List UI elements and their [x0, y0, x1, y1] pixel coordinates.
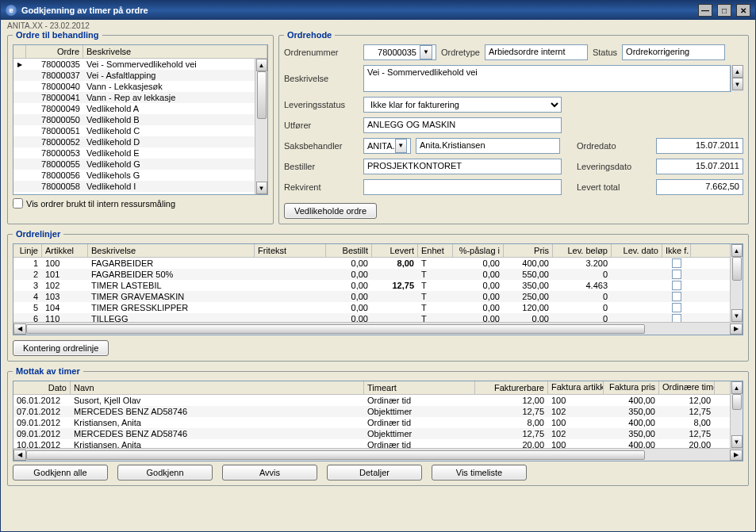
order-list-row[interactable]: 78000037Vei - Asfaltlapping — [13, 70, 255, 81]
saksbehandler-code-input[interactable]: ANITA. ▼ — [363, 138, 411, 154]
ordredato-field: 15.07.2011 — [656, 138, 743, 154]
ikke-f-checkbox[interactable] — [672, 270, 681, 279]
order-head-panel: Ordrehode Ordrenummer 78000035 ▼ Ordrety… — [278, 30, 749, 224]
col-artikkel[interactable]: Artikkel — [42, 244, 88, 257]
chevron-down-icon[interactable]: ▼ — [420, 45, 432, 59]
scroll-up-icon[interactable]: ▲ — [731, 244, 743, 257]
col-timeart[interactable]: Timeart — [364, 381, 475, 394]
lbl-bestiller: Bestiller — [284, 162, 357, 171]
row-indicator-icon — [13, 114, 26, 125]
order-list-row[interactable]: 78000049Vedlikehold A — [13, 103, 255, 114]
order-line-row[interactable]: 6110TILLEGG0,00T0,000,000 — [13, 313, 730, 322]
ikke-f-checkbox[interactable] — [672, 281, 681, 290]
order-list-row[interactable]: 78000056Vedlikehols G — [13, 170, 255, 181]
col-dato[interactable]: Dato — [13, 381, 71, 394]
col-navn[interactable]: Navn — [71, 381, 364, 394]
order-line-row[interactable]: 2101FAGARBEIDER 50%0,00T0,00550,000 — [13, 269, 730, 280]
ordretype-field: Arbiedsordre internt — [485, 44, 588, 60]
col-levert[interactable]: Levert — [372, 244, 418, 257]
order-list-row[interactable]: 78000053Vedlikehold E — [13, 147, 255, 159]
time-receipt-row[interactable]: 06.01.2012Susort, Kjell OlavOrdinær tid1… — [13, 395, 730, 406]
lbl-ordretype: Ordretype — [441, 48, 480, 57]
col-ordinaere-timer[interactable]: Ordinære timer — [659, 381, 715, 394]
scroll-left-icon[interactable]: ◀ — [13, 450, 26, 461]
details-button[interactable]: Detaljer — [327, 465, 422, 480]
cell-beskrivelse: Vedlikehold D — [83, 136, 255, 147]
scroll-right-icon[interactable]: ▶ — [730, 323, 743, 335]
time-receipt-row[interactable]: 09.01.2012Kristiansen, AnitaOrdinær tid8… — [13, 417, 730, 428]
scroll-left-icon[interactable]: ◀ — [13, 323, 26, 335]
col-fakturerbare[interactable]: Fakturerbare — [475, 381, 548, 394]
order-list-row[interactable]: 78000035Vei - Sommervedlikehold vei — [13, 59, 255, 70]
chevron-down-icon[interactable]: ▼ — [395, 139, 407, 153]
col-bestilt[interactable]: Bestillt — [326, 244, 372, 257]
order-list-row[interactable]: 78000055Vedlikehold G — [13, 159, 255, 170]
beskrivelse-input[interactable]: Vei - Sommervedlikehold vei — [363, 65, 731, 92]
col-beskrivelse[interactable]: Beskrivelse — [83, 45, 267, 58]
order-list-row[interactable]: 78000052Vedlikehold D — [13, 136, 255, 147]
scroll-right-icon[interactable]: ▶ — [730, 450, 743, 461]
time-receipt-row[interactable]: 10.01.2012Kristiansen, AnitaOrdinær tid2… — [13, 439, 730, 448]
col-fritekst[interactable]: Fritekst — [255, 244, 326, 257]
col-ordre[interactable]: Ordre — [26, 45, 83, 58]
approve-all-button[interactable]: Godkjenn alle — [13, 465, 108, 480]
scroll-up-icon[interactable]: ▲ — [256, 59, 267, 71]
minimize-button[interactable]: — — [698, 4, 712, 17]
order-lines-hscroll[interactable]: ◀ ▶ — [13, 322, 743, 335]
ikke-f-checkbox[interactable] — [672, 303, 681, 312]
cell-beskrivelse: Vei - Asfaltlapping — [83, 70, 255, 81]
ordrenummer-input[interactable]: 78000035 ▼ — [363, 44, 436, 60]
row-indicator-icon — [13, 181, 26, 192]
scroll-up-icon[interactable]: ▲ — [731, 381, 743, 394]
order-list-row[interactable]: 78000041Vann - Rep av lekkasje — [13, 92, 255, 103]
time-receipt-vscroll[interactable]: ▲ ▼ — [730, 381, 743, 448]
col-paaslag[interactable]: %-påslag i — [453, 244, 504, 257]
order-list-row[interactable]: 78000040Vann - Lekkasjesøk — [13, 81, 255, 92]
ikke-f-checkbox[interactable] — [672, 292, 681, 301]
kontering-button[interactable]: Kontering ordrelinje — [13, 340, 109, 356]
show-timesheet-button[interactable]: Vis timeliste — [432, 465, 527, 480]
col-enhet[interactable]: Enhet — [418, 244, 453, 257]
scroll-up-icon[interactable]: ▲ — [732, 65, 743, 78]
col-lev-belop[interactable]: Lev. beløp — [553, 244, 612, 257]
order-line-row[interactable]: 3102TIMER LASTEBIL0,0012,75T0,00350,004.… — [13, 280, 730, 291]
scroll-down-icon[interactable]: ▼ — [731, 309, 743, 322]
order-line-row[interactable]: 4103TIMER GRAVEMASKIN0,00T0,00250,000 — [13, 291, 730, 302]
scroll-down-icon[interactable]: ▼ — [731, 435, 743, 448]
ikke-f-checkbox[interactable] — [672, 314, 681, 322]
col-ikke-f[interactable]: Ikke f. — [662, 244, 691, 257]
beskrivelse-vscroll[interactable]: ▲ ▼ — [731, 65, 743, 92]
cell-ordre: 78000041 — [26, 92, 83, 103]
cell-beskrivelse: Vedlikehold C — [83, 125, 255, 136]
scroll-down-icon[interactable]: ▼ — [256, 182, 267, 194]
order-line-row[interactable]: 5104TIMER GRESSKLIPPER0,00T0,00120,000 — [13, 302, 730, 313]
internal-resource-checkbox[interactable] — [13, 198, 23, 209]
col-pris[interactable]: Pris — [504, 244, 553, 257]
order-list-vscroll[interactable]: ▲ ▼ — [255, 59, 267, 194]
lbl-leveringsstatus: Leveringsstatus — [284, 100, 357, 109]
ikke-f-checkbox[interactable] — [672, 258, 681, 268]
col-faktura-artikkel[interactable]: Faktura artikkel — [548, 381, 604, 394]
approve-button[interactable]: Godkjenn — [117, 465, 213, 480]
col-linje[interactable]: Linje — [13, 244, 42, 257]
time-receipt-row[interactable]: 09.01.2012MERCEDES BENZ AD58746Objekttim… — [13, 428, 730, 439]
col-beskrivelse[interactable]: Beskrivelse — [88, 244, 255, 257]
leveringsstatus-select[interactable]: Ikke klar for fakturering — [363, 97, 562, 113]
order-list-row[interactable]: 78000059Vedlikehold 1 — [13, 192, 255, 194]
col-faktura-pris[interactable]: Faktura pris — [604, 381, 659, 394]
time-receipt-row[interactable]: 07.01.2012MERCEDES BENZ AD58746Objekttim… — [13, 406, 730, 417]
order-list-row[interactable]: 78000051Vedlikehold C — [13, 125, 255, 136]
maintain-order-button[interactable]: Vedlikeholde ordre — [284, 203, 377, 219]
cell-beskrivelse: Vedlikehold E — [83, 147, 255, 159]
order-list-row[interactable]: 78000058Vedlikehold I — [13, 181, 255, 192]
order-line-row[interactable]: 1100FAGARBEIDER0,008,00T0,00400,003.200 — [13, 258, 730, 269]
col-lev-dato[interactable]: Lev. dato — [612, 244, 662, 257]
lbl-saksbehandler: Saksbehandler — [284, 141, 357, 151]
reject-button[interactable]: Avvis — [222, 465, 317, 480]
order-lines-vscroll[interactable]: ▲ ▼ — [730, 244, 743, 322]
order-list-row[interactable]: 78000050Vedlikehold B — [13, 114, 255, 125]
close-button[interactable]: ✕ — [736, 4, 750, 17]
time-receipt-hscroll[interactable]: ◀ ▶ — [13, 448, 743, 461]
scroll-down-icon[interactable]: ▼ — [732, 78, 743, 90]
maximize-button[interactable]: □ — [717, 4, 731, 17]
